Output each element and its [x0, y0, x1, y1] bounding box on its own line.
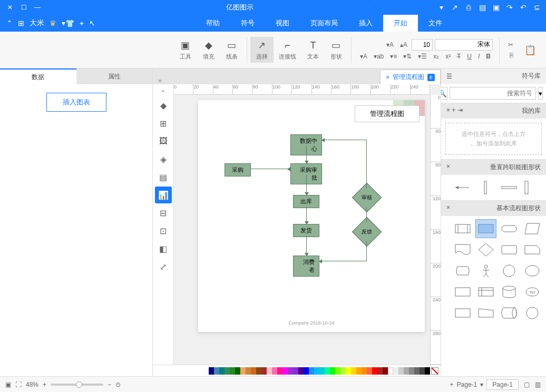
tab-view[interactable]: 视图	[265, 15, 300, 32]
my-shapes-drop[interactable]: 选中任意符号，点击上方 加号添加到此库。	[445, 123, 542, 155]
fullscreen-icon[interactable]: ⛶	[15, 381, 22, 388]
view-icon[interactable]: ▢	[524, 381, 530, 388]
vtool-table[interactable]: ⊟	[155, 204, 172, 221]
layout-icon[interactable]: ▥	[535, 381, 541, 388]
font-inc-icon[interactable]: A▴	[398, 40, 409, 50]
color-sw[interactable]	[293, 367, 298, 375]
color-sw[interactable]	[240, 367, 246, 375]
vtool-layout[interactable]: ◧	[155, 240, 172, 257]
shape-circle2[interactable]	[522, 303, 543, 322]
color-sw[interactable]	[214, 367, 219, 375]
align-icon[interactable]: ≡▾	[388, 52, 399, 61]
direction-icon[interactable]: ab▾	[372, 52, 386, 61]
print-icon[interactable]: ⎙	[464, 3, 473, 12]
shape-lane4[interactable]	[452, 178, 473, 197]
select-button[interactable]: ↗选择	[250, 37, 274, 63]
color-sw[interactable]	[330, 367, 335, 375]
italic-icon[interactable]: I	[476, 52, 482, 61]
color-sw[interactable]	[425, 367, 430, 375]
color-sw[interactable]	[420, 367, 425, 375]
shape-lane2[interactable]	[499, 178, 520, 197]
dropdown-icon[interactable]: ▾	[436, 3, 446, 12]
color-sw[interactable]	[398, 367, 404, 375]
color-sw[interactable]	[261, 367, 267, 375]
color-sw[interactable]	[251, 367, 256, 375]
color-sw[interactable]	[372, 367, 377, 375]
flow-box-consumer[interactable]: 消费者	[293, 256, 319, 277]
color-sw[interactable]	[340, 367, 346, 375]
save-icon[interactable]: ▣	[491, 3, 501, 12]
expand-icon[interactable]: »	[161, 87, 164, 94]
shape-data[interactable]	[522, 219, 543, 238]
copy-icon[interactable]: ⎘	[508, 51, 515, 60]
user-label[interactable]: 大米	[30, 18, 44, 28]
my-shapes-header[interactable]: 我的库 ⇥ + ×	[441, 103, 546, 119]
font-name[interactable]	[435, 39, 493, 51]
shape-button[interactable]: ▭形状	[325, 37, 348, 63]
flow-diamond-audit[interactable]: 审核	[356, 187, 377, 208]
insert-chart-button[interactable]: 插入图表	[46, 93, 106, 112]
flow-title[interactable]: 管理流程图	[355, 105, 420, 122]
color-sw[interactable]	[335, 367, 340, 375]
shape-manual[interactable]	[475, 303, 496, 322]
page[interactable]: 管理流程图 数据中心 采购 采购审批 出库 发货 消费者 审核 反馈	[198, 100, 425, 332]
panel-menu-icon[interactable]: ☰	[446, 73, 452, 80]
shape-lane3[interactable]	[475, 178, 496, 197]
shape-display2[interactable]	[452, 261, 473, 280]
flow-diamond-feedback[interactable]: 反馈	[356, 221, 377, 242]
vtool-layers[interactable]: ◈	[155, 151, 172, 168]
color-sw[interactable]	[367, 367, 372, 375]
flow-box-purchase[interactable]: 采购	[225, 163, 251, 177]
section-basic[interactable]: 基本流程图形状×	[441, 201, 546, 216]
color-sw[interactable]	[282, 367, 288, 375]
connector-button[interactable]: ⌐连接线	[274, 37, 301, 63]
section-swimlane[interactable]: 垂直跨职能图形状×	[441, 160, 546, 175]
shape-internal[interactable]	[475, 282, 496, 301]
color-sw[interactable]	[277, 367, 282, 375]
tab-help[interactable]: 帮助	[196, 15, 230, 32]
underline-icon[interactable]: U	[465, 52, 474, 61]
shape-diamond[interactable]	[475, 240, 496, 259]
bullet-icon[interactable]: ☰▾	[416, 52, 429, 61]
shape-lane1[interactable]	[522, 178, 543, 197]
zoom-in-button[interactable]: +	[43, 381, 46, 388]
page-tab-1[interactable]: Page-1	[486, 379, 519, 390]
color-sw[interactable]	[383, 367, 388, 375]
font-dec-icon[interactable]: A▾	[384, 40, 396, 50]
shape-circle[interactable]	[499, 261, 520, 280]
fontcolor-icon[interactable]: A▾	[358, 52, 369, 61]
shape-person[interactable]	[475, 261, 496, 280]
import-icon[interactable]: ⇥	[457, 106, 463, 114]
vtool-image[interactable]: 🖼	[155, 133, 172, 150]
canvas[interactable]: 240220200180160140120100806040200 040801…	[174, 84, 441, 365]
bold-icon[interactable]: B	[484, 52, 493, 61]
color-sw[interactable]	[362, 367, 367, 375]
shape-rect4[interactable]	[452, 303, 473, 322]
sub-icon[interactable]: x₂	[431, 52, 441, 61]
shape-rect3[interactable]	[452, 282, 473, 301]
color-sw[interactable]	[267, 367, 272, 375]
color-sw[interactable]	[256, 367, 261, 375]
crown-icon[interactable]: ♛	[50, 19, 56, 27]
fill-button[interactable]: ◆填充	[197, 37, 220, 63]
close-icon[interactable]: ✕	[4, 2, 16, 13]
color-sw[interactable]	[219, 367, 225, 375]
shape-process[interactable]	[475, 219, 496, 238]
shape-rect[interactable]	[499, 240, 520, 259]
super-icon[interactable]: x²	[443, 52, 453, 61]
undo-icon[interactable]: ↶	[519, 3, 528, 12]
collapse-icon[interactable]: «	[153, 77, 167, 84]
paste-button[interactable]: 📋	[519, 42, 542, 58]
shape-yes[interactable]: Yes	[522, 282, 543, 301]
shape-ellipse[interactable]	[522, 261, 543, 280]
zoom-out-button[interactable]: −	[108, 381, 111, 388]
menu-grid-icon[interactable]: ⊞	[18, 19, 24, 27]
cut-icon[interactable]: ✂	[506, 40, 515, 50]
vtool-grid[interactable]: ⊞	[155, 115, 172, 132]
tab-layout[interactable]: 页面布局	[300, 15, 348, 32]
redo-icon[interactable]: ↷	[505, 3, 514, 12]
vtool-org[interactable]: ⊡	[155, 222, 172, 239]
tab-insert[interactable]: 插入	[348, 15, 383, 32]
minimize-icon[interactable]: —	[32, 2, 43, 13]
close-tab-icon[interactable]: ×	[386, 74, 389, 81]
